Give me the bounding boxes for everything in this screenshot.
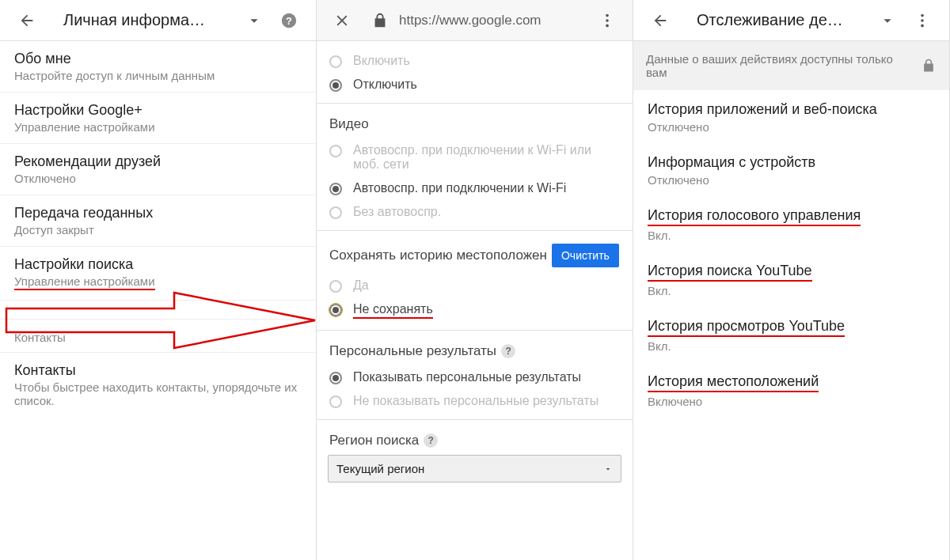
- appbar: Личная информа… ?: [0, 0, 316, 41]
- item-subtitle: Вкл.: [648, 284, 935, 297]
- item-device-info[interactable]: Информация с устройств Отключено: [633, 143, 949, 196]
- personal-section-title: Персональные результаты ?: [329, 343, 621, 359]
- svg-point-7: [921, 19, 924, 22]
- radio-label: Показывать персональные результаты: [353, 370, 581, 384]
- chevron-down-icon: [603, 464, 613, 474]
- radio-show-personal[interactable]: Показывать персональные результаты: [328, 365, 621, 389]
- item-youtube-watch[interactable]: История просмотров YouTube Вкл.: [633, 307, 949, 362]
- radio-icon: [329, 304, 342, 316]
- item-title: История поиска YouTube: [648, 263, 812, 282]
- item-title: Настройки Google+: [14, 102, 302, 119]
- item-subtitle: Вкл.: [648, 339, 935, 353]
- region-section-title: Регион поиска ?: [329, 433, 621, 448]
- dropdown-icon[interactable]: [241, 8, 267, 33]
- close-icon[interactable]: [329, 8, 355, 33]
- item-title: Передача геоданных: [14, 205, 302, 221]
- more-icon[interactable]: [910, 8, 935, 33]
- radio-label: Без автовоспр.: [353, 205, 441, 219]
- item-subtitle: Управление настройками: [14, 274, 155, 290]
- urlbar: https://www.google.com: [317, 0, 633, 41]
- radio-icon: [329, 145, 342, 157]
- item-subtitle: Настройте доступ к личным данным: [14, 69, 302, 82]
- radio-label: Да: [353, 278, 369, 293]
- settings-content: Включить Отключить Видео Автовоспр. при …: [317, 41, 633, 494]
- radio-disable[interactable]: Отключить: [328, 73, 621, 96]
- radio-save-history-yes[interactable]: Да: [328, 274, 621, 297]
- item-voice-history[interactable]: История голосового управления Вкл.: [633, 196, 949, 252]
- radio-icon: [329, 79, 342, 92]
- history-section-title: Сохранять историю местоположен Очистить: [329, 244, 621, 267]
- item-google-plus[interactable]: Настройки Google+ Управление настройками: [0, 93, 316, 144]
- item-title: Настройки поиска: [14, 256, 302, 273]
- radio-label: Не показывать персональные результаты: [353, 394, 598, 408]
- item-subtitle: Отключено: [648, 120, 935, 134]
- divider: [317, 230, 633, 231]
- item-geodata[interactable]: Передача геоданных Доступ закрыт: [0, 195, 316, 247]
- panel-personal-info: Личная информа… ? Обо мне Настройте дост…: [0, 0, 317, 560]
- item-subtitle: Отключено: [14, 172, 302, 185]
- radio-icon: [329, 206, 342, 219]
- radio-label: Включить: [353, 54, 410, 68]
- page-title: Отслеживание де…: [697, 11, 870, 29]
- svg-text:?: ?: [286, 14, 292, 26]
- appbar: Отслеживание де…: [633, 0, 949, 41]
- section-label: Сохранять историю местоположен: [329, 248, 547, 263]
- item-contacts[interactable]: Контакты Чтобы быстрее находить контакты…: [0, 353, 316, 417]
- lock-icon: [367, 8, 393, 33]
- radio-no-autoplay[interactable]: Без автовоспр.: [328, 200, 621, 224]
- item-app-web-history[interactable]: История приложений и веб-поиска Отключен…: [633, 90, 949, 143]
- panel-browser-settings: https://www.google.com Включить Отключит…: [317, 0, 633, 560]
- item-title: История приложений и веб-поиска: [648, 101, 877, 118]
- item-subtitle: Управление настройками: [14, 120, 302, 134]
- item-title: Рекомендации друзей: [14, 153, 302, 170]
- radio-label: Автовоспр. при подключении к Wi-Fi: [353, 181, 566, 195]
- section-contacts-label: Контакты: [0, 320, 316, 353]
- item-title: История голосового управления: [648, 207, 861, 226]
- radio-hide-personal[interactable]: Не показывать персональные результаты: [328, 389, 621, 413]
- item-subtitle: Включено: [648, 395, 935, 408]
- page-title: Личная информа…: [63, 11, 237, 29]
- privacy-banner: Данные о ваших действиях доступны только…: [633, 41, 949, 90]
- region-select[interactable]: Текущий регион: [328, 455, 621, 482]
- radio-icon: [329, 372, 342, 384]
- back-icon[interactable]: [14, 8, 40, 33]
- radio-label: Автовоспр. при подключении к Wi-Fi или м…: [353, 143, 620, 172]
- dropdown-icon[interactable]: [875, 8, 900, 33]
- radio-icon: [329, 395, 342, 408]
- clear-button[interactable]: Очистить: [552, 244, 619, 267]
- help-icon[interactable]: ?: [424, 433, 438, 448]
- radio-autoplay-wifi[interactable]: Автовоспр. при подключении к Wi-Fi: [328, 176, 621, 200]
- section-label: Регион поиска: [329, 433, 419, 448]
- help-icon[interactable]: ?: [276, 8, 302, 33]
- radio-save-history-no[interactable]: Не сохранять: [328, 297, 621, 324]
- more-icon[interactable]: [595, 8, 620, 33]
- svg-point-3: [606, 13, 609, 17]
- item-title: Информация с устройств: [648, 154, 815, 171]
- item-friend-recs[interactable]: Рекомендации друзей Отключено: [0, 144, 316, 195]
- url-text[interactable]: https://www.google.com: [399, 13, 590, 28]
- divider: [317, 103, 633, 104]
- item-title: Контакты: [14, 362, 302, 379]
- item-subtitle: Чтобы быстрее находить контакты, упорядо…: [14, 380, 302, 407]
- item-title: История местоположений: [648, 373, 819, 392]
- svg-point-5: [606, 24, 609, 27]
- radio-icon: [329, 183, 342, 195]
- help-icon[interactable]: ?: [501, 344, 515, 358]
- radio-icon: [329, 280, 342, 293]
- item-about-me[interactable]: Обо мне Настройте доступ к личным данным: [0, 41, 316, 93]
- item-search-settings[interactable]: Настройки поиска Управление настройками: [0, 247, 316, 301]
- panel-activity-tracking: Отслеживание де… Данные о ваших действия…: [633, 0, 950, 560]
- radio-enable[interactable]: Включить: [328, 49, 621, 73]
- svg-point-6: [921, 13, 924, 17]
- item-subtitle: Доступ закрыт: [14, 223, 302, 236]
- item-title: Обо мне: [14, 51, 302, 67]
- svg-point-8: [921, 24, 924, 27]
- item-youtube-search[interactable]: История поиска YouTube Вкл.: [633, 252, 949, 307]
- radio-label: Отключить: [353, 78, 417, 92]
- item-subtitle: Вкл.: [648, 229, 935, 242]
- back-icon[interactable]: [648, 8, 673, 33]
- radio-autoplay-wifi-mobile[interactable]: Автовоспр. при подключении к Wi-Fi или м…: [328, 138, 621, 176]
- item-location-history[interactable]: История местоположений Включено: [633, 362, 949, 418]
- divider: [317, 419, 633, 420]
- banner-text: Данные о ваших действиях доступны только…: [646, 52, 911, 79]
